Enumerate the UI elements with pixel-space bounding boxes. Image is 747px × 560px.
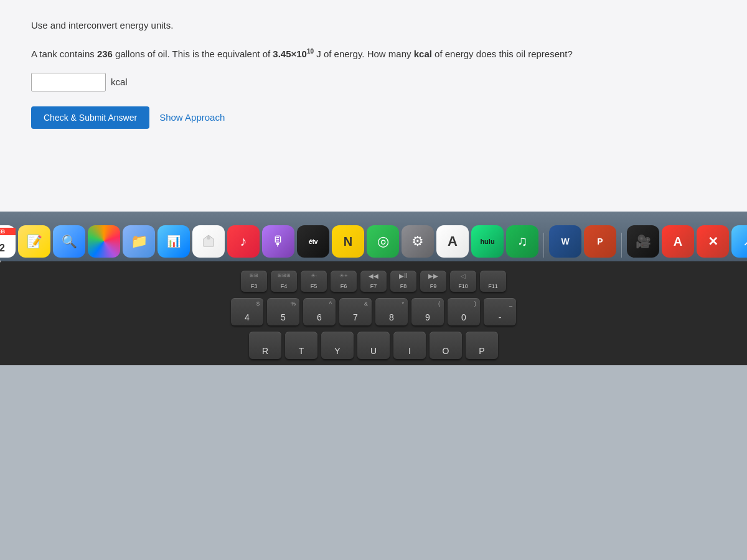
dock-item-folder[interactable]: 📁	[123, 225, 155, 258]
problem-end: of energy does this oil represent?	[432, 49, 573, 59]
dock: FEB 22 📝 🔍 📁 📊	[0, 215, 747, 258]
dock-item-finder[interactable]: 🔍	[53, 225, 85, 258]
dock-item-podcasts[interactable]: 🎙	[262, 225, 294, 258]
key-0[interactable]: ) 0	[448, 298, 480, 325]
check-submit-button[interactable]: Check & Submit Answer	[31, 106, 149, 129]
key-f6[interactable]: ☀+ F6	[331, 271, 357, 292]
problem-suffix: J of energy. How many	[314, 49, 414, 59]
dock-divider	[543, 233, 544, 258]
energy-bold: 3.45×1010	[273, 49, 314, 59]
dock-item-browser[interactable]: ◎	[367, 225, 399, 258]
key-f4[interactable]: ⊞⊞⊞ F4	[271, 271, 297, 292]
show-approach-button[interactable]: Show Approach	[159, 112, 225, 123]
dock-item-calendar[interactable]: FEB 22	[0, 225, 16, 258]
key-f7[interactable]: ◀◀ F7	[360, 271, 387, 292]
calendar-date: 22	[0, 243, 16, 254]
dock-divider2	[621, 233, 622, 258]
alpha-key-row: R T Y U I O P	[249, 332, 498, 359]
dock-item-notes[interactable]: 📝	[18, 225, 50, 258]
number-key-row: $ 4 % 5 ^ 6 & 7 * 8 ( 9 ) 0 _ -	[231, 298, 516, 325]
dock-item-close[interactable]: ✕	[697, 225, 729, 258]
key-f8[interactable]: ▶II F8	[390, 271, 416, 292]
key-i[interactable]: I	[393, 332, 426, 359]
dock-item-sysprefs[interactable]: ⚙	[402, 225, 434, 258]
key-f3[interactable]: ⊞⊞ F3	[241, 271, 267, 292]
key-f5[interactable]: ☀- F5	[301, 271, 327, 292]
instruction-text: Use and interconvert energy units.	[31, 19, 716, 33]
key-o[interactable]: O	[430, 332, 462, 359]
key-9[interactable]: ( 9	[411, 298, 444, 325]
key-t[interactable]: T	[285, 332, 317, 359]
dock-item-photos[interactable]	[88, 225, 120, 258]
dock-item-notes2[interactable]: N	[332, 225, 364, 258]
svg-point-0	[207, 236, 210, 240]
problem-text: A tank contains 236 gallons of oil. This…	[31, 47, 716, 62]
key-7[interactable]: & 7	[339, 298, 372, 325]
key-p[interactable]: P	[466, 332, 498, 359]
dock-area: FEB 22 📝 🔍 📁 📊	[0, 212, 747, 261]
key-6[interactable]: ^ 6	[303, 298, 336, 325]
content-area: Use and interconvert energy units. A tan…	[0, 0, 747, 212]
key-4[interactable]: $ 4	[231, 298, 263, 325]
dock-item-camera[interactable]: 🎥	[627, 225, 659, 258]
dock-item-appletv[interactable]: étv	[297, 225, 329, 258]
answer-input[interactable]	[31, 73, 106, 91]
key-5[interactable]: % 5	[267, 298, 299, 325]
dock-item-numbers[interactable]: 📊	[157, 225, 190, 258]
key-minus[interactable]: _ -	[484, 298, 516, 325]
dock-item-fontbook[interactable]: A	[436, 225, 469, 258]
dock-item-acrobat[interactable]: A	[662, 225, 694, 258]
problem-prefix: A tank contains	[31, 49, 97, 59]
button-row: Check & Submit Answer Show Approach	[31, 106, 716, 129]
key-f9[interactable]: ▶▶ F9	[420, 271, 446, 292]
key-8[interactable]: * 8	[375, 298, 408, 325]
gallons-bold: 236	[97, 49, 113, 59]
key-f10[interactable]: ◁ F10	[450, 271, 476, 292]
dock-item-word[interactable]: W	[549, 225, 581, 258]
calendar-month: FEB	[0, 228, 16, 235]
key-y[interactable]: Y	[321, 332, 354, 359]
dock-item-music[interactable]: ♪	[227, 225, 260, 258]
key-r[interactable]: R	[249, 332, 281, 359]
fn-key-row: ⊞⊞ F3 ⊞⊞⊞ F4 ☀- F5 ☀+ F6 ◀◀ F7 ▶II F8 ▶▶…	[241, 271, 506, 292]
answer-row: kcal	[31, 73, 716, 91]
dock-item-hulu[interactable]: hulu	[471, 225, 504, 258]
kcal-unit-label: kcal	[111, 77, 128, 87]
exponent: 10	[307, 48, 314, 55]
dock-item-spotify[interactable]: ♫	[506, 225, 538, 258]
problem-middle: gallons of oil. This is the equivalent o…	[113, 49, 273, 59]
kcal-bold: kcal	[414, 49, 432, 59]
dock-item-arrow[interactable]: ↗	[731, 225, 747, 258]
key-f11[interactable]: F11	[480, 271, 506, 292]
keyboard-area: ⊞⊞ F3 ⊞⊞⊞ F4 ☀- F5 ☀+ F6 ◀◀ F7 ▶II F8 ▶▶…	[0, 261, 747, 365]
dock-item-powerpoint[interactable]: P	[584, 225, 616, 258]
dock-item-keynote[interactable]	[192, 225, 225, 258]
key-u[interactable]: U	[357, 332, 390, 359]
